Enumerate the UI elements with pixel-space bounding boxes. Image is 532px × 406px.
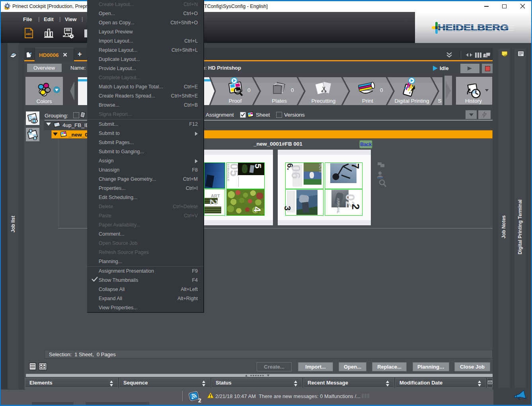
svg-text:Digital Printing: Digital Printing bbox=[394, 98, 429, 104]
svg-text:2: 2 bbox=[198, 397, 201, 403]
svg-text:Print: Print bbox=[362, 98, 373, 104]
svg-text:0: 0 bbox=[291, 87, 294, 93]
svg-text:0: 0 bbox=[380, 87, 383, 93]
svg-text:S: S bbox=[438, 98, 441, 104]
svg-text:ABC: ABC bbox=[26, 33, 32, 35]
svg-text:Plates: Plates bbox=[272, 98, 287, 104]
svg-text:Proof: Proof bbox=[229, 98, 242, 104]
svg-text:Precutting: Precutting bbox=[312, 98, 336, 104]
svg-text:0: 0 bbox=[247, 87, 251, 93]
